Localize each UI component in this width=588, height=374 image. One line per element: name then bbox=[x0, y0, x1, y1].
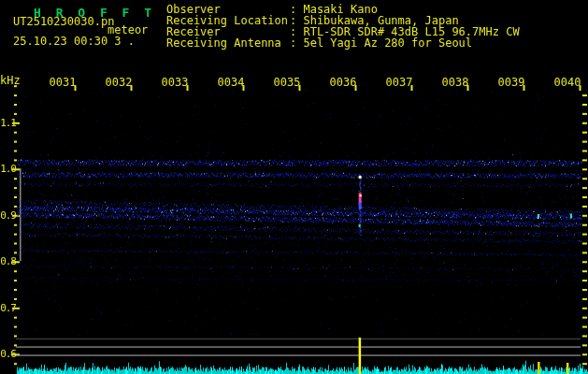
hrofft-screen: H R O F F T UT2510230030.pn meteor 25.10… bbox=[0, 0, 588, 374]
spectrogram-canvas bbox=[0, 0, 588, 374]
x-axis-label: 0034 bbox=[217, 77, 245, 88]
datetime-line: 25.10.23 00:30 3 . bbox=[13, 36, 135, 47]
station-info-value: : 5el Yagi Az 280 for Seoul bbox=[290, 37, 472, 49]
y-axis-label: 0.7 bbox=[0, 303, 16, 313]
y-axis-label: 0.9 bbox=[0, 210, 16, 221]
y-axis-label: 0.8 bbox=[0, 256, 16, 266]
x-axis-labels: 0031003200330034003500360037003800390040 bbox=[0, 77, 588, 89]
x-axis-label: 0038 bbox=[441, 77, 469, 88]
y-axis-label: 1.0 bbox=[0, 164, 16, 174]
x-axis-label: 0033 bbox=[161, 77, 189, 88]
x-axis-label: 0036 bbox=[329, 77, 357, 88]
x-axis-label: 0035 bbox=[273, 77, 301, 88]
x-axis-label: 0039 bbox=[497, 77, 525, 88]
y-axis-label: 1.1 bbox=[0, 118, 16, 128]
x-axis-label: 0031 bbox=[49, 77, 77, 88]
y-axis-labels: 1.11.00.90.80.70.6 bbox=[0, 0, 19, 374]
x-axis-label: 0032 bbox=[105, 77, 133, 88]
y-axis-label: 0.6 bbox=[0, 349, 16, 359]
x-axis-label: 0040 bbox=[553, 77, 581, 88]
x-axis-label: 0037 bbox=[385, 77, 413, 88]
station-info-block: Observer: Masaki KanoReceiving Location:… bbox=[166, 4, 520, 49]
station-info-row: Receiving Antenna: 5el Yagi Az 280 for S… bbox=[166, 37, 520, 49]
station-info-label: Receiving Antenna bbox=[166, 37, 290, 49]
output-filename: UT2510230030.pn bbox=[13, 16, 114, 27]
